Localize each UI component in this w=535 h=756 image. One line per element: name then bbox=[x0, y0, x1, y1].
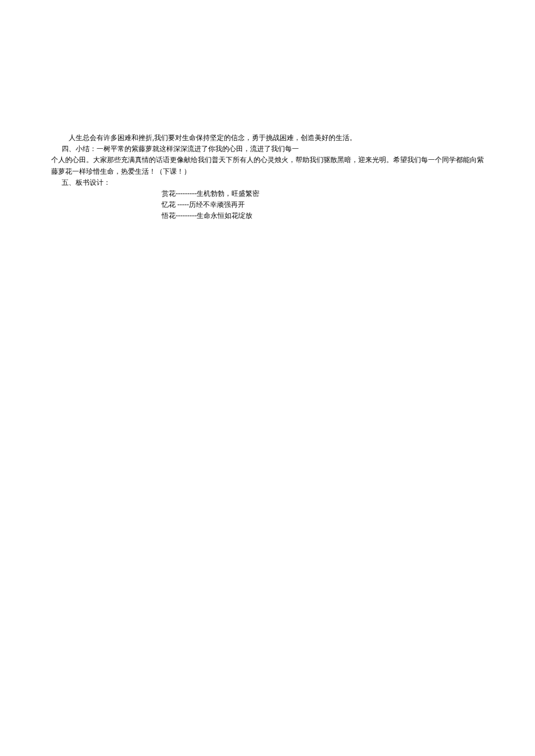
text-line: 个人的心田。大家那些充满真情的话语更像献给我们普天下所有人的心灵烛火，帮助我们驱… bbox=[51, 156, 484, 175]
board-design-block: 赏花---------生机勃勃，旺盛繁密 忆花 -----历经不幸顽强再开 悟花… bbox=[51, 188, 484, 222]
paragraph-section-four-summary-start: 四、小结：一树平常的紫藤萝就这样深深流进了你我的心田，流进了我们每一 bbox=[51, 144, 484, 155]
paragraph-section-five-heading: 五、板书设计： bbox=[51, 177, 484, 188]
paragraph-life-challenges: 人生总会有许多困难和挫折,我们要对生命保持坚定的信念，勇于挑战困难，创造美好的生… bbox=[51, 132, 484, 144]
text-line: 五、板书设计： bbox=[62, 178, 110, 187]
board-line-3: 悟花---------生命永恒如花绽放 bbox=[162, 210, 484, 221]
paragraph-section-four-summary-continue: 个人的心田。大家那些充满真情的话语更像献给我们普天下所有人的心灵烛火，帮助我们驱… bbox=[51, 155, 484, 177]
board-line-2: 忆花 -----历经不幸顽强再开 bbox=[162, 199, 484, 210]
document-body: 人生总会有许多困难和挫折,我们要对生命保持坚定的信念，勇于挑战困难，创造美好的生… bbox=[51, 132, 484, 222]
board-line-1: 赏花---------生机勃勃，旺盛繁密 bbox=[162, 188, 484, 199]
text-line: 四、小结：一树平常的紫藤萝就这样深深流进了你我的心田，流进了我们每一 bbox=[62, 145, 299, 153]
text-line: 人生总会有许多困难和挫折,我们要对生命保持坚定的信念，勇于挑战困难，创造美好的生… bbox=[69, 134, 356, 142]
